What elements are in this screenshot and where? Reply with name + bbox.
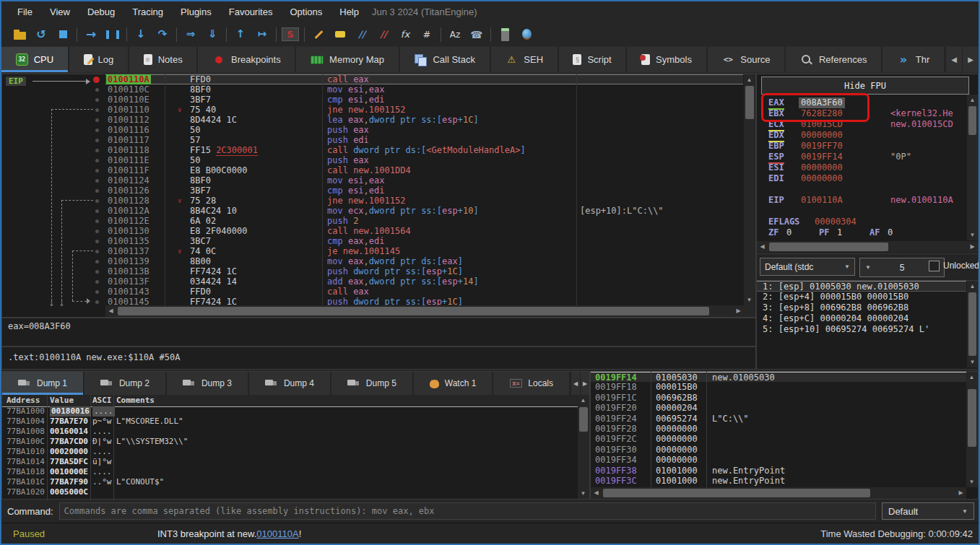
- disasm-row[interactable]: 0100110C8BF0mov esi,eax: [2, 84, 743, 95]
- dump-column-header[interactable]: ASCI: [92, 396, 112, 405]
- dump-tab-watch-1[interactable]: Watch 1: [414, 372, 494, 395]
- scroll-thumb[interactable]: [968, 106, 976, 135]
- argument-row[interactable]: 5: [esp+10] 00695274 00695274 L': [757, 324, 966, 335]
- dump-tabs-scroll-right-button[interactable]: ▶: [580, 372, 589, 395]
- menu-item-options[interactable]: Options: [281, 4, 331, 20]
- scroll-thumb[interactable]: [118, 307, 709, 315]
- scroll-right-arrow[interactable]: ▶: [955, 487, 966, 498]
- dump-row[interactable]: 77BA101C77BA7F90..°wL"CONOUT$": [2, 477, 578, 487]
- dump-tab-dump-4[interactable]: Dump 4: [249, 372, 331, 395]
- scroll-thumb[interactable]: [745, 86, 754, 119]
- tab-memory-map[interactable]: Memory Map: [296, 47, 399, 72]
- disasm-row[interactable]: 01001128∨75 28jne new.1001152: [2, 196, 743, 206]
- tab-scroll-left-button[interactable]: ◀: [945, 47, 962, 72]
- disasm-row[interactable]: 0100112E6A 02push 2: [2, 216, 743, 226]
- dump-row[interactable]: 77BA10180010000E....: [2, 467, 578, 477]
- disasm-row[interactable]: 01001143FFD0call eax: [2, 287, 743, 297]
- stack-row[interactable]: 0019FF2800000000: [591, 424, 966, 434]
- dump-tab-dump-3[interactable]: Dump 3: [167, 372, 249, 395]
- command-profile-dropdown[interactable]: Default ▼: [882, 502, 974, 520]
- toolbar-trace-into-button[interactable]: ⇓: [201, 25, 223, 44]
- scroll-thumb[interactable]: [769, 243, 888, 251]
- disasm-row[interactable]: 01001137∨74 0Cje new.1001145: [2, 246, 743, 256]
- toolbar-pause-button[interactable]: [102, 25, 123, 44]
- menu-item-view[interactable]: View: [41, 4, 79, 20]
- menu-item-file[interactable]: File: [9, 4, 41, 20]
- stack-row[interactable]: 0019FF2400695274L"C:\\": [591, 414, 966, 424]
- tab-notes[interactable]: Notes: [129, 47, 198, 72]
- disasm-row[interactable]: 0100113F034424 14add eax,dword ptr ss:[e…: [2, 276, 743, 287]
- toolbar-label-button[interactable]: Az: [444, 25, 466, 44]
- scroll-left-arrow[interactable]: ◀: [591, 487, 602, 498]
- disasm-row[interactable]: 01001118FF15 2C300001call dword ptr ds:[…: [2, 145, 743, 155]
- disasm-hscrollbar[interactable]: ◀ ▶: [105, 305, 744, 317]
- toolbar-restart-button[interactable]: ↺: [30, 25, 52, 44]
- scroll-right-arrow[interactable]: ▶: [967, 241, 978, 252]
- scroll-down-arrow[interactable]: ▼: [744, 295, 755, 305]
- disasm-row[interactable]: 01001130E8 2F040000call new.1001564: [2, 226, 743, 236]
- toolbar-globe-button[interactable]: [516, 25, 537, 44]
- disasm-row[interactable]: 010011248BF0mov esi,eax: [2, 175, 743, 186]
- stack-row[interactable]: 0019FF2C00000000: [591, 434, 966, 444]
- argument-row[interactable]: 4: [esp+C] 00000204 00000204: [757, 313, 966, 324]
- dump-row[interactable]: 77BA101477BA5DFCü]°w: [2, 457, 578, 467]
- toolbar-stop-button[interactable]: [52, 25, 74, 44]
- stack-row[interactable]: 0019FF2000000204: [591, 403, 966, 413]
- dump-vscrollbar[interactable]: ▲ ▼: [578, 395, 589, 499]
- toolbar-hash-button[interactable]: #: [416, 25, 438, 44]
- scroll-up-arrow[interactable]: ▲: [744, 74, 755, 85]
- scroll-up-arrow[interactable]: ▲: [578, 395, 589, 406]
- scroll-thumb[interactable]: [579, 407, 588, 432]
- flags-row[interactable]: ZF0PF1AF0: [757, 227, 966, 238]
- disasm-row[interactable]: 0100113BFF7424 1Cpush dword ptr ss:[esp+…: [2, 266, 743, 276]
- dump-column-header[interactable]: Value: [50, 396, 74, 405]
- tab-scroll-right-button[interactable]: ▶: [962, 47, 979, 72]
- dump-row[interactable]: 77BA10200005000C: [2, 487, 578, 497]
- tab-call-stack[interactable]: Call Stack: [400, 47, 491, 72]
- scroll-thumb[interactable]: [968, 292, 976, 356]
- hide-fpu-button[interactable]: Hide FPU: [761, 77, 969, 95]
- tab-breakpoints[interactable]: Breakpoints: [198, 47, 296, 72]
- register-row-ebp[interactable]: EBP0019FF70: [757, 141, 966, 152]
- calling-convention-dropdown[interactable]: Default (stdc ▼: [760, 258, 855, 276]
- dump-tab-locals[interactable]: Locals: [493, 372, 571, 395]
- menu-item-favourites[interactable]: Favourites: [220, 4, 282, 20]
- tab-thr[interactable]: Thr: [883, 47, 945, 72]
- toolbar-comments-button[interactable]: [329, 25, 351, 44]
- toolbar-calculator-button[interactable]: [494, 25, 516, 44]
- toolbar-run-button[interactable]: →: [80, 25, 102, 44]
- command-input[interactable]: [59, 502, 876, 520]
- register-row-edx[interactable]: EDX00000000: [757, 130, 966, 141]
- tab-log[interactable]: Log: [69, 47, 129, 72]
- stack-row[interactable]: 0019FF18000015B0: [591, 382, 966, 392]
- disasm-row[interactable]: 010011263BF7cmp esi,edi: [2, 186, 743, 196]
- stack-vscrollbar[interactable]: ▲ ▼: [966, 372, 978, 487]
- scroll-thumb[interactable]: [968, 389, 976, 447]
- dump-tabs-scroll-left-button[interactable]: ◀: [571, 372, 580, 395]
- register-row-esi[interactable]: ESI00000000: [757, 162, 966, 173]
- disasm-row[interactable]: 010011398B00mov eax,dword ptr ds:[eax]: [2, 256, 743, 266]
- tab-script[interactable]: Script: [559, 47, 628, 72]
- stack-row[interactable]: 0019FF3400000000: [591, 455, 966, 465]
- toolbar-source-mode-button[interactable]: S: [279, 25, 301, 44]
- tab-seh[interactable]: SEH: [491, 47, 559, 72]
- argument-row[interactable]: 2: [esp+4] 000015B0 000015B0: [757, 292, 966, 302]
- dump-tab-dump-1[interactable]: Dump 1: [2, 372, 84, 395]
- toolbar-execute-till-return-button[interactable]: ↑: [230, 25, 251, 44]
- disasm-row[interactable]: 0100110E3BF7cmp esi,edi: [2, 95, 743, 105]
- breakpoint-address-link[interactable]: 0100110A: [256, 528, 298, 539]
- menu-item-debug[interactable]: Debug: [79, 4, 123, 20]
- stack-row[interactable]: 0019FF1401005030new.01005030: [591, 372, 966, 382]
- stack-row[interactable]: 0019FF3801001000new.EntryPoint: [591, 466, 966, 476]
- stack-row[interactable]: 0019FF3000000000: [591, 445, 966, 455]
- dump-column-header[interactable]: Comments: [116, 396, 155, 405]
- disasm-row[interactable]: 0100111E50push eax: [2, 155, 743, 165]
- menu-item-tracing[interactable]: Tracing: [123, 4, 172, 20]
- unlocked-checkbox[interactable]: [929, 261, 940, 271]
- tab-references[interactable]: References: [786, 47, 883, 72]
- disasm-row[interactable]: 0100111650push eax: [2, 125, 743, 135]
- scroll-right-arrow[interactable]: ▶: [733, 305, 744, 316]
- toolbar-animate-into-button[interactable]: ⇒: [180, 25, 201, 44]
- dump-row[interactable]: 77BA100477BA7E70p~°wL"MSCOREE.DLL": [2, 417, 578, 427]
- scroll-up-arrow[interactable]: ▲: [967, 95, 978, 105]
